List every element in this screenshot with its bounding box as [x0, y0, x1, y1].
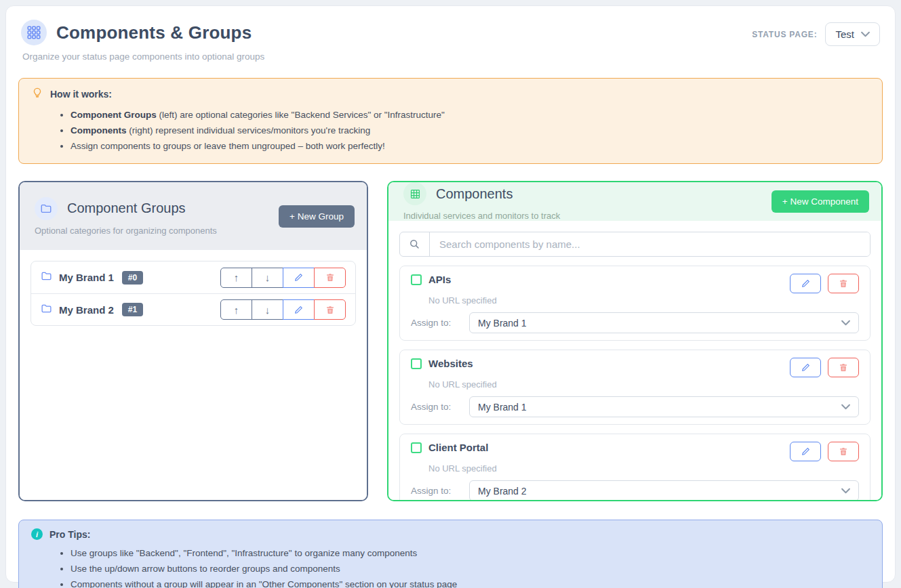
- pro-tips-title: Pro Tips:: [49, 529, 90, 540]
- pro-tips-list: Use groups like "Backend", "Frontend", "…: [71, 545, 870, 588]
- pro-tips-item: Components without a group will appear i…: [71, 576, 870, 588]
- components-panel-header: Components Individual services and monit…: [388, 182, 881, 221]
- down-arrow-icon: ↓: [265, 304, 271, 316]
- components-grid-icon: [21, 20, 47, 45]
- assign-to-label: Assign to:: [411, 402, 469, 412]
- edit-group-button[interactable]: [283, 268, 315, 288]
- delete-component-button[interactable]: [828, 358, 859, 377]
- component-card: Client Portal No URL specified: [399, 434, 870, 501]
- assign-to-label: Assign to:: [411, 486, 469, 496]
- up-arrow-icon: ↑: [234, 272, 239, 283]
- groups-panel-title: Component Groups: [67, 201, 186, 216]
- panels-row: Component Groups Optional categories for…: [18, 181, 883, 501]
- how-it-works-list: Component Groups (left) are optional cat…: [71, 107, 870, 154]
- groups-panel-body: My Brand 1 #0 ↑ ↓: [20, 250, 367, 500]
- component-search: [399, 232, 870, 257]
- edit-component-button[interactable]: [790, 358, 821, 377]
- edit-group-button[interactable]: [283, 299, 315, 320]
- new-group-button[interactable]: + New Group: [279, 205, 355, 228]
- info-icon: i: [31, 528, 43, 540]
- assign-group-select[interactable]: My Brand 2: [469, 480, 859, 501]
- search-icon: [400, 232, 430, 256]
- grid-table-icon: [403, 182, 426, 205]
- component-checkbox[interactable]: [411, 274, 422, 285]
- trash-icon: [839, 446, 848, 457]
- status-page-label: STATUS PAGE:: [752, 30, 817, 39]
- how-it-works-title: How it works:: [50, 89, 112, 100]
- components-panel: Components Individual services and monit…: [387, 181, 883, 501]
- header-right: STATUS PAGE: Test: [752, 22, 880, 46]
- edit-component-button[interactable]: [790, 274, 821, 293]
- folder-icon: [41, 303, 52, 317]
- group-name: My Brand 1: [59, 272, 114, 283]
- delete-group-button[interactable]: [314, 299, 346, 320]
- component-name: APIs: [428, 274, 451, 285]
- page-subtitle: Organize your status page components int…: [22, 51, 264, 62]
- component-name: Websites: [428, 358, 473, 369]
- delete-component-button[interactable]: [828, 274, 859, 293]
- folder-icon: [41, 270, 52, 285]
- pencil-icon: [294, 272, 304, 282]
- components-panel-title: Components: [436, 186, 513, 202]
- group-order-badge: #1: [122, 303, 143, 316]
- edit-component-button[interactable]: [790, 442, 821, 461]
- component-checkbox[interactable]: [411, 358, 422, 369]
- folder-icon: [35, 197, 58, 220]
- group-order-badge: #0: [122, 271, 143, 285]
- group-actions: ↑ ↓: [220, 268, 346, 288]
- group-name: My Brand 2: [59, 304, 114, 316]
- up-arrow-icon: ↑: [234, 304, 239, 316]
- components-panel-body: APIs No URL specified A: [388, 221, 881, 501]
- assign-group-select[interactable]: My Brand 1: [469, 396, 859, 417]
- chevron-down-icon: [861, 31, 870, 37]
- delete-component-button[interactable]: [828, 442, 859, 461]
- chevron-down-icon: [841, 404, 850, 410]
- component-groups-panel: Component Groups Optional categories for…: [18, 181, 368, 501]
- pencil-icon: [801, 278, 811, 289]
- pro-tips-item: Use the up/down arrow buttons to reorder…: [71, 561, 870, 576]
- move-down-button[interactable]: ↓: [252, 268, 283, 288]
- main-card: Components & Groups Organize your status…: [5, 5, 896, 583]
- group-list: My Brand 1 #0 ↑ ↓: [31, 261, 356, 326]
- component-url-status: No URL specified: [428, 463, 859, 474]
- assign-to-label: Assign to:: [411, 318, 469, 328]
- pencil-icon: [294, 305, 304, 315]
- chevron-down-icon: [841, 320, 850, 326]
- group-row: My Brand 2 #1 ↑ ↓: [31, 293, 355, 325]
- new-component-button[interactable]: + New Component: [772, 190, 869, 213]
- down-arrow-icon: ↓: [265, 272, 271, 283]
- component-card: Websites No URL specified: [399, 350, 870, 425]
- pro-tips-item: Use groups like "Backend", "Frontend", "…: [71, 545, 870, 561]
- component-card: APIs No URL specified A: [399, 266, 870, 341]
- search-input[interactable]: [430, 232, 870, 256]
- assign-group-select[interactable]: My Brand 1: [469, 312, 859, 333]
- groups-panel-subtitle: Optional categories for organizing compo…: [35, 226, 217, 236]
- lightbulb-icon: [31, 87, 43, 102]
- how-it-works-item: Components (right) represent individual …: [71, 123, 870, 138]
- trash-icon: [839, 362, 848, 373]
- component-url-status: No URL specified: [428, 379, 859, 390]
- status-page-value: Test: [835, 28, 854, 40]
- page-title: Components & Groups: [56, 22, 252, 43]
- group-row: My Brand 1 #0 ↑ ↓: [31, 261, 355, 293]
- delete-group-button[interactable]: [314, 268, 346, 288]
- move-up-button[interactable]: ↑: [220, 299, 252, 320]
- component-checkbox[interactable]: [411, 442, 422, 453]
- trash-icon: [839, 278, 848, 289]
- how-it-works-item: Assign components to groups or leave the…: [71, 138, 870, 154]
- groups-panel-header: Component Groups Optional categories for…: [20, 182, 367, 250]
- pencil-icon: [801, 362, 811, 373]
- status-page-select[interactable]: Test: [825, 22, 880, 46]
- component-url-status: No URL specified: [428, 295, 859, 306]
- assigned-group-value: My Brand 1: [478, 318, 527, 329]
- pencil-icon: [801, 446, 811, 457]
- component-name: Client Portal: [428, 442, 488, 453]
- how-it-works-item: Component Groups (left) are optional cat…: [71, 107, 870, 123]
- page-header: Components & Groups Organize your status…: [18, 20, 883, 62]
- assigned-group-value: My Brand 1: [478, 402, 527, 413]
- chevron-down-icon: [841, 488, 850, 494]
- group-actions: ↑ ↓: [220, 299, 346, 320]
- trash-icon: [325, 305, 335, 315]
- move-up-button[interactable]: ↑: [220, 268, 252, 288]
- move-down-button[interactable]: ↓: [252, 299, 283, 320]
